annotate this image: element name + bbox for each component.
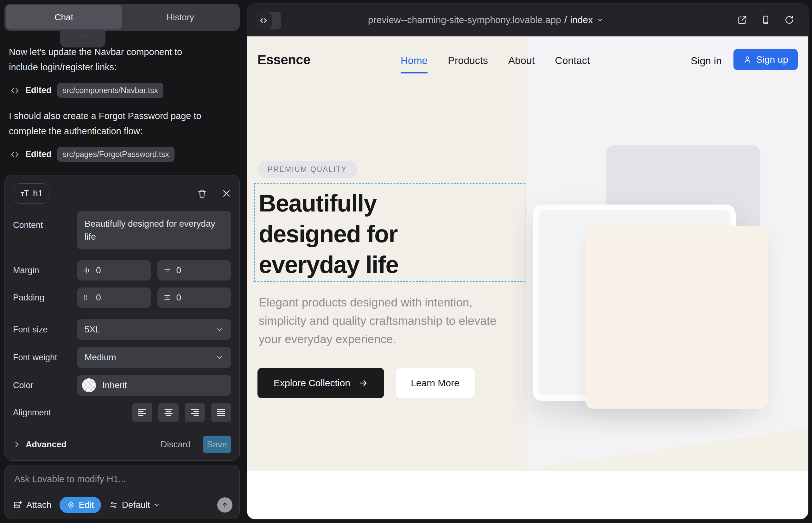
hero-heading[interactable]: Beautifully designed for everyday life [259, 188, 463, 280]
margin-row: Margin 0 0 [13, 260, 231, 281]
align-justify-button[interactable] [211, 403, 231, 422]
font-weight-select[interactable]: Medium [77, 347, 231, 368]
code-icon [10, 150, 20, 159]
nav-link-about[interactable]: About [508, 55, 535, 73]
color-row: Color Inherit [13, 375, 231, 396]
tab-chat[interactable]: Chat [6, 5, 122, 30]
element-tag-badge: h1 [13, 183, 49, 203]
alignment-row: Alignment [13, 403, 231, 422]
nav-link-home[interactable]: Home [401, 55, 427, 73]
composer-toolbar: Attach Edit Default [13, 497, 232, 513]
color-picker[interactable]: Inherit [77, 375, 231, 396]
site-logo[interactable]: Essence [258, 52, 310, 68]
arrow-right-icon [358, 378, 368, 388]
hero-paragraph: Elegant products designed with intention… [259, 293, 512, 348]
color-value: Inherit [102, 380, 127, 390]
element-editor-panel: h1 Content Beautifully designed for ever… [4, 175, 240, 461]
mode-select[interactable]: Default [109, 500, 160, 510]
margin-y-input[interactable]: 0 [157, 260, 231, 281]
arrow-up-icon [221, 501, 229, 509]
learn-more-button[interactable]: Learn More [395, 368, 475, 398]
lovable-app: ·· Chat History Now let's update the Nav… [0, 0, 812, 523]
font-size-label: Font size [13, 325, 77, 335]
align-right-button[interactable] [184, 403, 205, 422]
send-button[interactable] [217, 497, 232, 512]
nav-link-contact[interactable]: Contact [555, 55, 590, 73]
margin-label: Margin [13, 266, 77, 275]
decor-card-cream [586, 226, 768, 409]
hero-section: Essence Home Products About Contact Sign… [247, 36, 808, 471]
font-weight-label: Font weight [13, 353, 77, 362]
align-center-button[interactable] [158, 403, 179, 422]
refresh-icon[interactable] [784, 15, 794, 25]
mobile-preview-icon[interactable] [761, 15, 771, 25]
sign-up-label: Sign up [756, 54, 788, 65]
sign-up-button[interactable]: Sign up [734, 49, 798, 70]
content-row: Content Beautifully designed for everyda… [13, 211, 231, 250]
image-plus-icon [13, 500, 22, 510]
chevron-down-icon [215, 353, 224, 362]
margin-y-value: 0 [176, 265, 181, 275]
edit-label: Edit [78, 500, 94, 510]
color-swatch [82, 378, 96, 392]
padding-label: Padding [13, 293, 77, 303]
margin-x-value: 0 [96, 265, 101, 275]
open-external-icon[interactable] [737, 15, 747, 25]
mode-label: Default [122, 500, 150, 510]
url-separator: / [564, 15, 567, 25]
discard-button[interactable]: Discard [161, 439, 191, 450]
advanced-toggle[interactable]: Advanced [26, 440, 67, 450]
font-size-row: Font size 5XL [13, 319, 231, 340]
text-size-icon [20, 188, 30, 198]
file-chip[interactable]: src/pages/ForgotPassword.tsx [57, 147, 175, 162]
chat-message: Now let's update the Navbar component to… [9, 44, 208, 75]
target-icon [67, 501, 75, 509]
editor-footer: Advanced Discard Save [13, 436, 231, 453]
edited-label: Edited [25, 149, 52, 159]
file-chip[interactable]: src/components/Navbar.tsx [57, 83, 164, 98]
margin-x-input[interactable]: 0 [77, 260, 151, 281]
padding-y-input[interactable]: 0 [157, 287, 231, 308]
font-weight-value: Medium [85, 353, 116, 362]
explore-collection-button[interactable]: Explore Collection [258, 368, 384, 398]
edit-mode-button[interactable]: Edit [59, 497, 101, 513]
close-icon[interactable] [222, 189, 231, 198]
padding-vertical-icon [163, 293, 171, 302]
site-nav: Home Products About Contact [401, 55, 590, 73]
chat-composer[interactable]: Ask Lovable to modify H1... Attach Edit [4, 465, 240, 519]
url-domain: preview--charming-site-symphony.lovable.… [368, 15, 561, 25]
sliders-icon [109, 501, 118, 509]
element-tag: h1 [33, 188, 43, 198]
editor-header: h1 [13, 182, 231, 204]
padding-x-value: 0 [96, 292, 101, 303]
font-size-select[interactable]: 5XL [77, 319, 231, 340]
padding-x-input[interactable]: 0 [77, 287, 151, 308]
url-bar[interactable]: preview--charming-site-symphony.lovable.… [247, 3, 725, 36]
edited-file-row: Edited src/components/Navbar.tsx [10, 83, 163, 98]
chat-message: I should also create a Forgot Password p… [9, 108, 216, 139]
dots: ·· [79, 33, 86, 40]
margin-horizontal-icon [83, 266, 91, 274]
align-left-button[interactable] [132, 403, 152, 422]
browser-chrome: preview--charming-site-symphony.lovable.… [247, 3, 808, 36]
attach-button[interactable]: Attach [13, 500, 51, 510]
delete-element-icon[interactable] [197, 188, 207, 198]
site-page: Essence Home Products About Contact Sign… [247, 36, 808, 519]
chevron-down-icon [154, 502, 160, 508]
premium-badge: PREMIUM QUALITY [258, 161, 357, 178]
chevron-down-icon [597, 16, 604, 23]
save-button[interactable]: Save [203, 436, 231, 453]
padding-horizontal-icon [83, 293, 91, 302]
sign-in-link[interactable]: Sign in [691, 55, 722, 67]
preview-frame: preview--charming-site-symphony.lovable.… [247, 3, 809, 520]
tab-history[interactable]: History [122, 5, 239, 30]
composer-placeholder: Ask Lovable to modify H1... [14, 474, 126, 484]
attach-label: Attach [26, 500, 51, 510]
content-label: Content [13, 211, 77, 230]
chrome-actions [737, 3, 794, 36]
hero-cta-row: Explore Collection Learn More [258, 368, 475, 398]
edited-file-row: Edited src/pages/ForgotPassword.tsx [10, 147, 175, 162]
nav-link-products[interactable]: Products [448, 55, 488, 73]
content-input[interactable]: Beautifully designed for everyday life [77, 211, 231, 250]
padding-row: Padding 0 0 [13, 287, 231, 308]
